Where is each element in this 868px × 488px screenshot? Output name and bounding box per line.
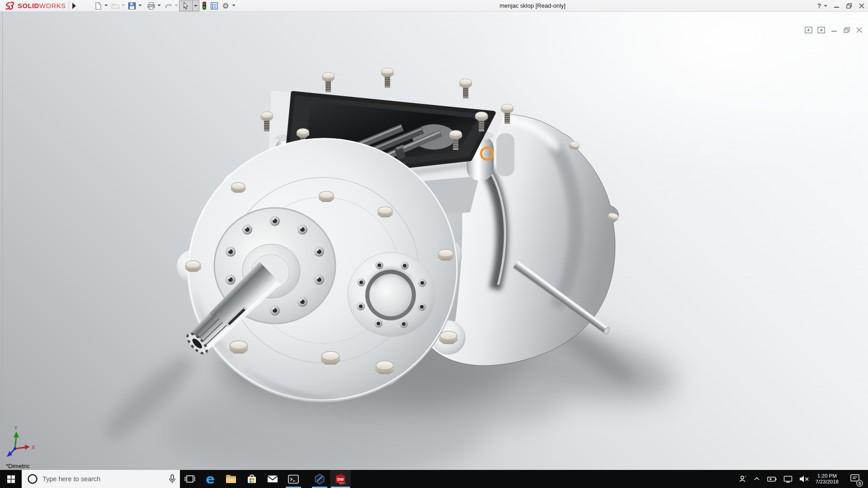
gearbox-3d-model[interactable]: Y X bbox=[0, 12, 868, 470]
task-view-icon bbox=[184, 474, 195, 483]
network-button[interactable] bbox=[783, 475, 793, 483]
open-dropdown[interactable] bbox=[122, 5, 125, 6]
gear-icon: ⚙ bbox=[222, 2, 229, 10]
clock-time: 1:20 PM bbox=[816, 473, 839, 479]
cortana-icon bbox=[27, 474, 38, 484]
triad-x-label: X bbox=[32, 445, 35, 450]
action-center-button[interactable]: 3 bbox=[850, 474, 860, 484]
document-window-controls bbox=[804, 26, 863, 34]
hidden-icons-button[interactable] bbox=[753, 476, 760, 482]
taskbar-search[interactable] bbox=[22, 470, 180, 488]
taskbar-store[interactable] bbox=[241, 470, 262, 488]
start-button[interactable] bbox=[0, 470, 22, 488]
search-input[interactable] bbox=[42, 475, 151, 483]
print-button[interactable] bbox=[146, 1, 156, 11]
windows-taskbar: e bbox=[0, 470, 868, 488]
help-dropdown[interactable] bbox=[824, 5, 827, 7]
options-dropdown[interactable] bbox=[232, 5, 236, 6]
minimize-icon bbox=[834, 4, 839, 8]
minimize-button[interactable] bbox=[830, 0, 843, 12]
chevron-up-icon bbox=[753, 476, 760, 482]
taskbar-edge[interactable]: e bbox=[200, 470, 221, 488]
open-icon bbox=[111, 2, 120, 10]
select-caret-glyph bbox=[194, 5, 198, 7]
select-tool-dropdown[interactable] bbox=[193, 0, 199, 11]
running-indicator-active bbox=[331, 487, 350, 488]
doc-minimize-button[interactable] bbox=[830, 26, 838, 34]
new-document-icon bbox=[94, 2, 102, 10]
system-tray: 1:20 PM 7/23/2018 3 bbox=[738, 470, 868, 488]
hexagon-app-icon bbox=[314, 474, 325, 484]
print-dropdown[interactable] bbox=[157, 5, 161, 6]
select-tool-button[interactable] bbox=[179, 0, 193, 11]
solidworks-logo: SOLIDWORKS bbox=[3, 0, 66, 11]
task-view-button[interactable] bbox=[180, 470, 200, 488]
notification-badge: 3 bbox=[856, 480, 863, 487]
undo-button[interactable] bbox=[163, 1, 173, 11]
graphics-viewport[interactable]: Y X *Dimetric bbox=[0, 12, 868, 470]
document-title: menjac sklop [Read-only] bbox=[500, 0, 566, 12]
people-button[interactable] bbox=[738, 474, 747, 483]
save-button[interactable] bbox=[127, 1, 137, 11]
taskbar-command-prompt[interactable] bbox=[283, 470, 304, 488]
restore-icon bbox=[846, 3, 852, 9]
network-icon bbox=[783, 475, 793, 483]
open-button[interactable] bbox=[110, 1, 120, 11]
view-orientation-label: *Dimetric bbox=[6, 463, 30, 469]
restore-button[interactable] bbox=[843, 0, 855, 12]
solidworks-app-icon: SW 2017 bbox=[334, 473, 347, 485]
sw-badge-year: 2017 bbox=[340, 482, 346, 485]
new-document-button[interactable] bbox=[93, 1, 103, 11]
battery-charging-icon bbox=[766, 475, 777, 483]
speaker-mute-icon bbox=[799, 475, 810, 483]
doc-close-button[interactable] bbox=[855, 26, 863, 34]
windows-logo-icon bbox=[7, 475, 15, 483]
brand-text-solid: SOLID bbox=[18, 2, 39, 9]
toolbar-separator bbox=[69, 1, 69, 10]
microphone-icon[interactable] bbox=[168, 474, 176, 484]
print-icon bbox=[147, 2, 156, 10]
people-icon bbox=[738, 474, 747, 483]
pane-right-button[interactable] bbox=[817, 26, 826, 34]
volume-button[interactable] bbox=[799, 475, 810, 483]
taskbar-hexagon-app[interactable] bbox=[309, 470, 330, 488]
new-document-dropdown[interactable] bbox=[104, 5, 108, 6]
command-prompt-icon bbox=[288, 474, 299, 484]
taskbar-solidworks[interactable]: SW 2017 bbox=[330, 470, 351, 488]
pane-left-button[interactable] bbox=[804, 26, 813, 34]
options-button[interactable]: ⚙ bbox=[221, 1, 231, 11]
clock-date: 7/23/2018 bbox=[816, 479, 839, 485]
save-dropdown[interactable] bbox=[138, 5, 142, 6]
side-cover bbox=[348, 253, 435, 337]
undo-icon bbox=[164, 2, 173, 10]
properties-button[interactable] bbox=[209, 1, 219, 11]
undo-dropdown[interactable] bbox=[175, 5, 178, 6]
traffic-light-icon bbox=[201, 1, 208, 10]
help-button[interactable]: ? bbox=[815, 0, 824, 12]
rebuild-button[interactable] bbox=[199, 1, 209, 11]
titlebar: SOLIDWORKS bbox=[0, 0, 868, 12]
file-explorer-icon bbox=[226, 474, 236, 483]
toolbar-flyout-arrow[interactable] bbox=[72, 3, 76, 9]
save-icon bbox=[128, 2, 136, 10]
doc-restore-button[interactable] bbox=[842, 26, 851, 34]
solidworks-ds-glyph bbox=[3, 1, 16, 11]
close-icon bbox=[859, 3, 864, 9]
close-button[interactable] bbox=[855, 0, 868, 12]
taskbar-clock[interactable]: 1:20 PM 7/23/2018 bbox=[816, 473, 839, 485]
triad-y-label: Y bbox=[14, 425, 18, 431]
sw-badge-text: SW bbox=[337, 477, 344, 482]
brand-text-works: WORKS bbox=[39, 2, 66, 9]
battery-button[interactable] bbox=[766, 475, 777, 483]
taskbar-mail[interactable] bbox=[262, 470, 283, 488]
taskbar-file-explorer[interactable] bbox=[221, 470, 241, 488]
select-cursor-icon bbox=[182, 2, 189, 10]
store-icon bbox=[246, 474, 257, 484]
mail-icon bbox=[267, 474, 278, 483]
edge-icon: e bbox=[206, 473, 215, 485]
orientation-triad: Y X bbox=[7, 425, 35, 457]
properties-list-icon bbox=[210, 2, 218, 10]
